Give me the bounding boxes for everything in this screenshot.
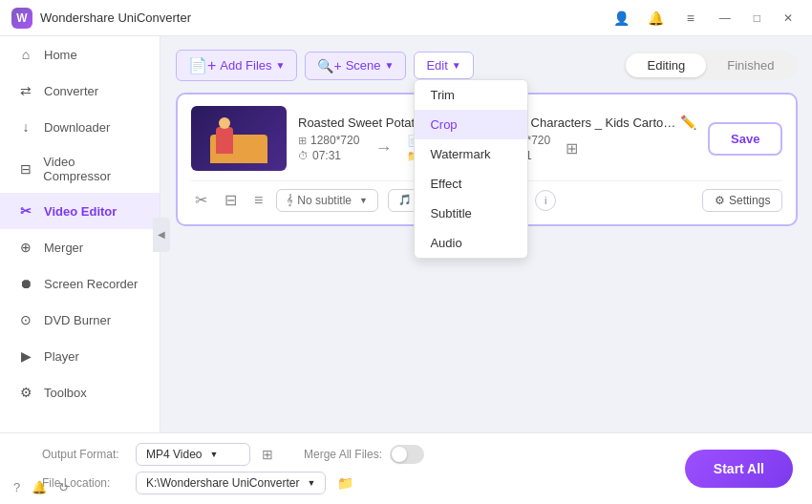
start-all-button[interactable]: Start All <box>685 450 793 488</box>
tab-group: Editing Finished <box>623 51 798 80</box>
add-files-chevron: ▼ <box>276 60 286 71</box>
edit-menu-subtitle[interactable]: Subtitle <box>415 199 527 228</box>
sidebar-item-toolbox[interactable]: ⚙ Toolbox <box>0 374 160 410</box>
video-compressor-icon: ⊟ <box>17 160 33 178</box>
thumbnail-content <box>191 106 287 171</box>
title-bar-left: W Wondershare UniConverter <box>11 8 191 29</box>
sidebar-item-video-compressor[interactable]: ⊟ Video Compressor <box>0 145 160 193</box>
edit-menu-crop[interactable]: Crop <box>415 110 527 139</box>
minimize-btn[interactable]: — <box>712 8 738 29</box>
sidebar-item-player[interactable]: ▶ Player <box>0 338 160 374</box>
main-layout: ⌂ Home ⇄ Converter ↓ Downloader ⊟ Video … <box>0 36 812 432</box>
sidebar-label-home: Home <box>44 48 77 62</box>
footer: Output Format: MP4 Video ▼ ⊞ Merge All F… <box>0 432 812 504</box>
file-location-select[interactable]: K:\Wondershare UniConverter ▼ <box>136 472 326 494</box>
subtitle-note-icon: 𝄞 <box>287 194 293 206</box>
add-scene-icon: 🔍+ <box>317 58 341 74</box>
sidebar-item-screen-recorder[interactable]: ⏺ Screen Recorder <box>0 265 160 302</box>
add-files-button[interactable]: 📄+ Add Files ▼ <box>176 50 297 81</box>
file-location-row: File Location: K:\Wondershare UniConvert… <box>42 472 666 494</box>
settings-label: Settings <box>729 194 770 207</box>
source-duration: ⏱ 07:31 <box>298 149 359 162</box>
edit-dropdown-button[interactable]: Edit ▼ <box>414 52 473 79</box>
home-icon: ⌂ <box>17 46 34 63</box>
format-chevron: ▼ <box>209 450 218 459</box>
subtitle-value: No subtitle <box>297 194 352 207</box>
merge-files-label: Merge All Files: <box>304 448 382 461</box>
add-scene-chevron: ▼ <box>385 60 395 71</box>
refresh-icon[interactable]: ↻ <box>58 480 69 494</box>
converter-icon: ⇄ <box>17 82 34 99</box>
thumbnail-head <box>219 117 230 129</box>
video-editor-icon: ✂ <box>17 202 34 220</box>
edit-menu-effect[interactable]: Effect <box>415 169 527 199</box>
source-resolution: ⊞ 1280*720 <box>298 134 359 147</box>
folder-open-icon[interactable]: 📁 <box>333 472 357 494</box>
sidebar-label-toolbox: Toolbox <box>44 386 87 400</box>
audio-wave-icon: 🎵 <box>398 194 412 206</box>
settings-button[interactable]: ⚙ Settings <box>702 189 782 212</box>
output-settings-icon[interactable]: ⊞ <box>566 139 578 158</box>
close-btn[interactable]: ✕ <box>776 8 801 29</box>
sidebar-label-screen-recorder: Screen Recorder <box>44 277 138 291</box>
notification-icon-btn[interactable]: 🔔 <box>643 5 670 32</box>
sidebar-item-home[interactable]: ⌂ Home <box>0 36 160 73</box>
merge-toggle[interactable] <box>390 445 424 464</box>
add-scene-label: Scene <box>346 58 381 73</box>
edit-dropdown-container: Edit ▼ Trim Crop Watermark Effect Subtit… <box>414 52 473 79</box>
menu-icon-btn[interactable]: ≡ <box>677 5 704 32</box>
footer-bottom-icons: ? 🔔 ↻ <box>13 480 69 494</box>
sidebar: ⌂ Home ⇄ Converter ↓ Downloader ⊟ Video … <box>0 36 160 432</box>
sidebar-label-player: Player <box>44 349 79 364</box>
info-button[interactable]: i <box>535 190 556 211</box>
sidebar-item-converter[interactable]: ⇄ Converter <box>0 73 160 109</box>
sidebar-item-downloader[interactable]: ↓ Downloader <box>0 109 160 145</box>
sidebar-label-converter: Converter <box>44 84 98 98</box>
merge-row: Merge All Files: <box>304 445 424 464</box>
bookmark-btn[interactable]: ⊟ <box>221 187 241 213</box>
file-location-value: K:\Wondershare UniConverter <box>146 476 300 490</box>
list-btn[interactable]: ≡ <box>250 188 267 213</box>
merger-icon: ⊕ <box>17 239 34 256</box>
tab-editing[interactable]: Editing <box>626 53 706 77</box>
output-format-select[interactable]: MP4 Video ▼ <box>136 443 250 466</box>
edit-chevron-icon: ▼ <box>452 60 461 71</box>
sidebar-label-dvd-burner: DVD Burner <box>44 313 111 327</box>
subtitle-select[interactable]: 𝄞 No subtitle ▼ <box>276 189 378 212</box>
source-resolution-value: 1280*720 <box>310 134 359 147</box>
sidebar-item-merger[interactable]: ⊕ Merger <box>0 229 160 265</box>
output-format-label: Output Format: <box>42 448 128 461</box>
cut-tool-btn[interactable]: ✂ <box>191 187 211 213</box>
edit-menu-watermark[interactable]: Watermark <box>415 139 527 169</box>
toolbar: 📄+ Add Files ▼ 🔍+ Scene ▼ Edit ▼ Trim Cr <box>176 50 798 81</box>
output-format-row: Output Format: MP4 Video ▼ ⊞ Merge All F… <box>42 443 666 466</box>
toggle-knob <box>392 447 407 462</box>
help-icon[interactable]: ? <box>13 480 20 494</box>
source-specs: ⊞ 1280*720 ⏱ 07:31 <box>298 134 359 162</box>
sidebar-label-downloader: Downloader <box>44 120 110 135</box>
title-bar: W Wondershare UniConverter 👤 🔔 ≡ — □ ✕ <box>0 0 812 36</box>
footer-left: Output Format: MP4 Video ▼ ⊞ Merge All F… <box>42 443 666 494</box>
format-settings-icon[interactable]: ⊞ <box>258 443 277 466</box>
sidebar-item-dvd-burner[interactable]: ⊙ DVD Burner <box>0 302 160 338</box>
profile-icon-btn[interactable]: 👤 <box>609 5 635 32</box>
add-scene-button[interactable]: 🔍+ Scene ▼ <box>305 52 406 80</box>
tab-finished[interactable]: Finished <box>706 53 795 77</box>
subtitle-chevron: ▼ <box>359 196 368 205</box>
video-edit-icon[interactable]: ✏️ <box>680 115 696 130</box>
bottom-bell-icon[interactable]: 🔔 <box>32 480 47 494</box>
app-icon: W <box>11 8 32 29</box>
sidebar-item-video-editor[interactable]: ✂ Video Editor <box>0 193 160 229</box>
video-thumbnail <box>191 106 287 171</box>
edit-menu-trim[interactable]: Trim <box>415 80 527 110</box>
sidebar-label-merger: Merger <box>44 241 83 255</box>
save-button[interactable]: Save <box>708 122 782 156</box>
downloader-icon: ↓ <box>17 118 34 136</box>
resolution-icon: ⊞ <box>298 135 307 147</box>
title-bar-controls: 👤 🔔 ≡ — □ ✕ <box>609 5 801 32</box>
edit-menu-audio[interactable]: Audio <box>415 228 527 258</box>
maximize-btn[interactable]: □ <box>746 8 768 29</box>
convert-arrow-icon: → <box>367 138 399 158</box>
thumbnail-figure <box>216 127 233 154</box>
sidebar-label-video-editor: Video Editor <box>44 204 117 219</box>
